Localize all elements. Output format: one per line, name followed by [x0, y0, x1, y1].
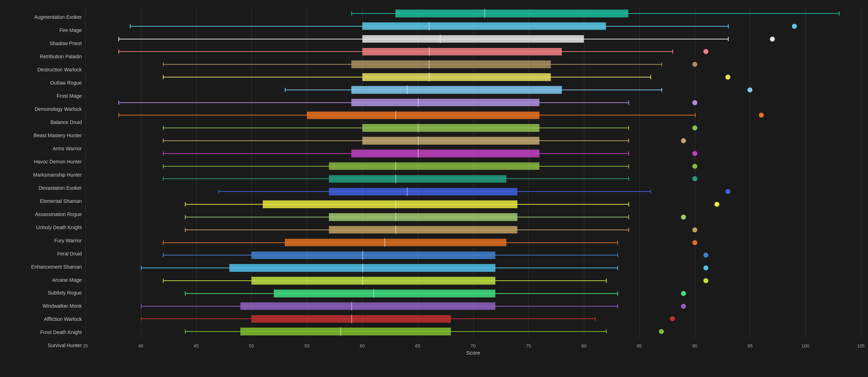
- x-axis-tick-label: 85: [637, 343, 642, 349]
- bar-row: [85, 45, 861, 58]
- bar-row: [85, 313, 861, 325]
- whisker-cap-right: [650, 189, 651, 194]
- median-line: [418, 124, 419, 133]
- box-rect: [362, 124, 540, 131]
- whisker-cap-right: [661, 62, 662, 66]
- whisker-cap-right: [617, 304, 618, 308]
- median-line: [429, 22, 430, 31]
- outlier-dot: [692, 227, 697, 232]
- x-axis-title: Score: [85, 350, 861, 356]
- y-label: Enhancement Shaman: [7, 261, 85, 273]
- bar-row: [85, 134, 861, 147]
- box-rect: [362, 73, 551, 81]
- y-label: Arms Warrior: [7, 143, 85, 154]
- whisker-cap-right: [728, 24, 729, 28]
- x-axis-tick-label: 60: [360, 343, 365, 349]
- whisker-cap-left: [163, 279, 164, 283]
- whisker-cap-right: [650, 75, 651, 79]
- median-line: [418, 98, 419, 107]
- bar-row: [85, 173, 861, 185]
- whisker-cap-right: [672, 49, 673, 54]
- whisker-cap-right: [628, 101, 629, 105]
- outlier-dot: [692, 62, 697, 67]
- outlier-dot: [747, 87, 752, 92]
- x-axis-tick-label: 55: [304, 343, 309, 349]
- median-line: [351, 302, 352, 311]
- outlier-dot: [725, 189, 730, 194]
- whisker-cap-left: [163, 126, 164, 130]
- median-line: [440, 34, 441, 43]
- chart-area: Augmentation EvokerFire MageShadow Pries…: [7, 7, 861, 356]
- median-line: [429, 60, 430, 69]
- x-axis-tick-label: 100: [802, 343, 809, 349]
- median-line: [395, 162, 396, 171]
- whisker-cap-right: [661, 88, 662, 92]
- outlier-dot: [703, 265, 708, 270]
- whisker-cap-left: [163, 253, 164, 257]
- bar-row: [85, 274, 861, 287]
- whisker-cap-left: [163, 75, 164, 79]
- outlier-dot: [692, 164, 697, 169]
- box-rect: [395, 10, 628, 17]
- bar-row: [85, 96, 861, 109]
- outlier-dot: [692, 125, 697, 130]
- x-axis-tick-label: 50: [249, 343, 254, 349]
- bar-row: [85, 198, 861, 211]
- y-label: Windwalker Monk: [7, 300, 85, 312]
- box-rect: [274, 290, 495, 297]
- bar-row: [85, 7, 861, 20]
- whisker-cap-left: [118, 113, 119, 117]
- grid-and-bars: [85, 7, 861, 338]
- outlier-dot: [792, 24, 797, 29]
- bar-row: [85, 287, 861, 300]
- y-label: Assassination Rogue: [7, 209, 85, 220]
- y-label: Fire Mage: [7, 25, 85, 36]
- bar-row: [85, 185, 861, 198]
- whisker-cap-right: [617, 291, 618, 296]
- y-label: Elemental Shaman: [7, 195, 85, 207]
- outlier-dot: [759, 113, 764, 118]
- outlier-dot: [714, 202, 719, 207]
- whisker-cap-right: [617, 253, 618, 257]
- box-rect: [362, 48, 562, 55]
- bar-row: [85, 71, 861, 84]
- box-rect: [240, 302, 495, 310]
- outlier-dot: [659, 329, 664, 334]
- whisker-cap-left: [163, 139, 164, 143]
- y-label: Shadow Priest: [7, 38, 85, 49]
- box-rect: [251, 277, 495, 284]
- x-axis-tick-label: 40: [138, 343, 143, 349]
- whisker-cap-right: [628, 177, 629, 181]
- box-rect: [285, 239, 506, 246]
- outlier-dot: [770, 37, 775, 42]
- whisker-cap-left: [163, 164, 164, 168]
- y-label: Retribution Paladin: [7, 51, 85, 62]
- bar-row: [85, 236, 861, 249]
- box-rect: [307, 112, 539, 119]
- y-label: Fury Warrior: [7, 235, 85, 246]
- outlier-dot: [681, 138, 686, 143]
- x-axis-tick-label: 95: [747, 343, 752, 349]
- whisker-cap-left: [351, 11, 352, 16]
- outlier-dot: [692, 151, 697, 156]
- outlier-dot: [670, 316, 675, 321]
- y-label: Survival Hunter: [7, 340, 85, 351]
- whisker-cap-right: [628, 151, 629, 156]
- y-label: Arcane Mage: [7, 274, 85, 286]
- x-axis-tick-label: 90: [692, 343, 697, 349]
- median-line: [351, 314, 352, 323]
- bar-row: [85, 211, 861, 223]
- x-axis-tick-label: 105: [857, 343, 865, 349]
- median-line: [484, 9, 485, 18]
- median-line: [407, 85, 408, 94]
- box-rect: [351, 150, 540, 157]
- outlier-dot: [703, 253, 708, 258]
- box-rect: [329, 162, 539, 170]
- outlier-dot: [703, 49, 708, 54]
- whisker-cap-left: [118, 37, 119, 41]
- outlier-dot: [681, 291, 686, 296]
- box-rect: [351, 99, 540, 106]
- box-rect: [362, 35, 584, 43]
- median-line: [362, 251, 363, 260]
- outlier-dot: [725, 75, 730, 80]
